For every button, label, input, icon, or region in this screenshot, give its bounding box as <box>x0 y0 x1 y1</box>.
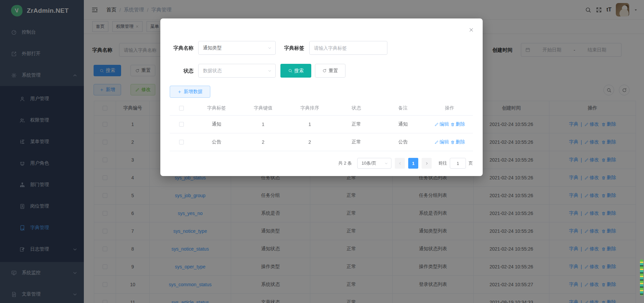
dialog-table-header-cell: 字典键值 <box>240 101 286 116</box>
dialog-row-actions: 编辑删除 <box>426 133 473 151</box>
dialog-dict-label-label: 字典标签 <box>280 41 304 55</box>
remark-cell: 公告 <box>380 133 426 151</box>
dialog-edit-link[interactable]: 编辑 <box>434 139 449 145</box>
dialog-delete-link[interactable]: 删除 <box>450 121 465 127</box>
pagination: 共 2 条 10条/页 1 前往 页 <box>170 158 473 169</box>
dict-sort-cell: 1 <box>286 116 333 133</box>
dialog-table-header: 字典标签字典键值字典排序状态备注操作 <box>170 101 473 116</box>
chevron-right-icon <box>425 161 429 166</box>
prev-page-button[interactable] <box>395 158 405 169</box>
search-icon <box>288 69 292 73</box>
dialog-select-all-checkbox[interactable] <box>179 106 184 111</box>
status-select-placeholder: 数据状态 <box>203 68 222 74</box>
pencil-icon <box>434 140 439 144</box>
status-cell: 正常 <box>333 116 380 133</box>
dict-label-cell: 通知 <box>193 116 240 133</box>
dict-name-select-value: 通知类型 <box>203 45 222 51</box>
dialog-delete-label: 删除 <box>456 121 465 127</box>
dialog-close-icon[interactable] <box>469 27 474 33</box>
pagination-goto: 前往 页 <box>438 158 473 169</box>
dialog-table-header-cell: 备注 <box>380 101 426 116</box>
dialog-row-checkbox-cell <box>170 116 193 133</box>
pencil-icon <box>434 122 439 127</box>
goto-page-input[interactable] <box>450 158 466 169</box>
dict-sort-cell: 2 <box>286 133 333 151</box>
goto-unit-label: 页 <box>469 160 473 166</box>
dict-key-cell: 2 <box>240 133 286 151</box>
dialog-row-checkbox[interactable] <box>179 122 184 127</box>
dialog-table-header-cell: 字典标签 <box>193 101 240 116</box>
dialog-table-header-cell: 操作 <box>426 101 473 116</box>
chevron-down-icon <box>267 69 272 73</box>
dialog-reset-label: 重置 <box>329 68 338 74</box>
current-page-button[interactable]: 1 <box>408 158 418 169</box>
dialog-edit-link[interactable]: 编辑 <box>434 121 449 127</box>
dict-data-dialog: 字典名称 通知类型 字典标签 状态 数据状态 搜索 重置 新增数据 字典标签字典… <box>160 18 483 176</box>
dialog-table-row: 公告22正常公告编辑删除 <box>170 133 473 151</box>
add-data-label: 新增数据 <box>184 89 203 95</box>
chevron-left-icon <box>398 161 402 166</box>
dialog-header-checkbox-cell <box>170 101 193 116</box>
page-size-value: 10条/页 <box>362 160 376 166</box>
dialog-table-row: 通知11正常通知编辑删除 <box>170 116 473 133</box>
dialog-row-actions: 编辑删除 <box>426 116 473 133</box>
refresh-icon <box>322 69 327 73</box>
dialog-table-header-cell: 状态 <box>333 101 380 116</box>
dialog-row-checkbox[interactable] <box>179 140 184 144</box>
dialog-status-label: 状态 <box>169 64 194 78</box>
chevron-down-icon <box>384 161 388 166</box>
dialog-table-header-cell: 字典排序 <box>286 101 333 116</box>
dialog-reset-button[interactable]: 重置 <box>315 64 345 78</box>
plus-icon <box>177 90 182 94</box>
scrollbar-thumb[interactable] <box>640 259 643 296</box>
dialog-edit-label: 编辑 <box>440 139 449 145</box>
dialog-delete-link[interactable]: 删除 <box>450 139 465 145</box>
dict-label-cell: 公告 <box>193 133 240 151</box>
pagination-total: 共 2 条 <box>338 160 352 166</box>
dialog-dict-name-label: 字典名称 <box>169 41 194 55</box>
dict-key-cell: 1 <box>240 116 286 133</box>
dialog-status-select[interactable]: 数据状态 <box>198 64 276 78</box>
chevron-down-icon <box>267 46 272 50</box>
trash-icon <box>450 140 455 144</box>
dialog-row-checkbox-cell <box>170 133 193 151</box>
remark-cell: 通知 <box>380 116 426 133</box>
dialog-dict-name-select[interactable]: 通知类型 <box>198 41 276 55</box>
next-page-button[interactable] <box>422 158 432 169</box>
dialog-search-button[interactable]: 搜索 <box>280 64 311 78</box>
dialog-edit-label: 编辑 <box>440 121 449 127</box>
dialog-table-body: 通知11正常通知编辑删除公告22正常公告编辑删除 <box>170 116 473 151</box>
dialog-search-label: 搜索 <box>294 68 304 74</box>
dialog-dict-label-input[interactable] <box>309 41 387 55</box>
dialog-add-data-button[interactable]: 新增数据 <box>170 86 210 98</box>
trash-icon <box>450 122 455 127</box>
status-cell: 正常 <box>333 133 380 151</box>
dialog-delete-label: 删除 <box>456 139 465 145</box>
page-size-select[interactable]: 10条/页 <box>357 158 391 169</box>
dialog-dict-data-table: 字典标签字典键值字典排序状态备注操作 通知11正常通知编辑删除公告22正常公告编… <box>170 101 473 151</box>
goto-label: 前往 <box>438 160 447 166</box>
